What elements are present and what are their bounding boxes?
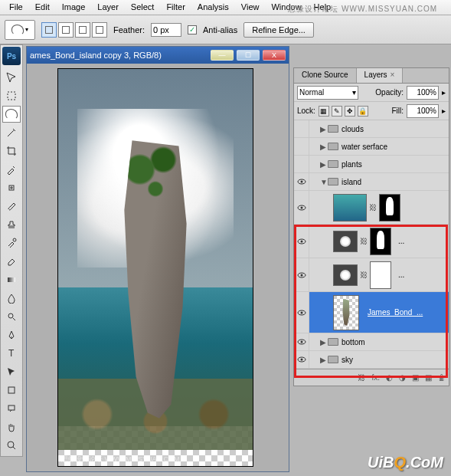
add-mask-icon[interactable]: ◐ bbox=[386, 373, 393, 382]
menu-image[interactable]: Image bbox=[56, 0, 92, 15]
delete-layer-icon[interactable]: 🗑 bbox=[438, 373, 446, 382]
layer-image-1[interactable]: ⛓ bbox=[294, 191, 449, 225]
visibility-toggle[interactable] bbox=[294, 292, 309, 333]
menu-edit[interactable]: Edit bbox=[29, 0, 56, 15]
link-layers-icon[interactable]: ⛓ bbox=[358, 373, 365, 382]
antialias-checkbox[interactable]: ✓ bbox=[188, 25, 197, 34]
refine-edge-button[interactable]: Refine Edge... bbox=[243, 22, 314, 38]
menu-select[interactable]: Select bbox=[125, 0, 161, 15]
layer-mask[interactable] bbox=[379, 194, 400, 222]
menu-analysis[interactable]: Analysis bbox=[191, 0, 235, 15]
history-brush-tool[interactable] bbox=[2, 235, 21, 251]
stamp-tool[interactable] bbox=[2, 216, 21, 233]
layer-group-water[interactable]: ▶ water serface bbox=[294, 138, 449, 156]
type-tool[interactable]: T bbox=[2, 345, 21, 362]
disclosure-icon[interactable]: ▶ bbox=[320, 160, 328, 169]
layer-group-plants[interactable]: ▶ plants bbox=[294, 156, 449, 173]
blend-mode-select[interactable]: Normal▾ bbox=[297, 86, 358, 100]
crop-tool[interactable] bbox=[2, 143, 21, 159]
blur-tool[interactable] bbox=[2, 290, 21, 307]
lock-all-icon[interactable]: 🔒 bbox=[358, 106, 368, 117]
menu-file[interactable]: File bbox=[3, 0, 29, 15]
lasso-tool[interactable] bbox=[2, 106, 21, 123]
new-layer-icon[interactable]: ▦ bbox=[425, 373, 432, 382]
layer-group-island[interactable]: ▼ island bbox=[294, 173, 449, 191]
svg-text:T: T bbox=[8, 348, 15, 359]
document-titlebar[interactable]: ames_Bond_island copy 3, RGB/8) — ☐ X bbox=[27, 47, 289, 64]
disclosure-icon[interactable]: ▼ bbox=[320, 178, 328, 186]
tab-clone-source[interactable]: Clone Source bbox=[294, 68, 357, 83]
new-group-icon[interactable]: ▣ bbox=[412, 373, 419, 382]
move-tool[interactable] bbox=[2, 69, 21, 86]
svg-point-12 bbox=[300, 206, 302, 208]
brush-tool[interactable] bbox=[2, 198, 21, 215]
menu-filter[interactable]: Filter bbox=[160, 0, 191, 15]
layer-name: James_Bond_... bbox=[368, 308, 423, 317]
layer-group-sky[interactable]: ▶ sky bbox=[294, 351, 449, 369]
layer-adjustment-1[interactable]: ⛓ ... bbox=[294, 225, 449, 258]
window-maximize[interactable]: ☐ bbox=[237, 50, 260, 61]
gradient-tool[interactable] bbox=[2, 271, 21, 288]
selection-subtract[interactable] bbox=[75, 22, 90, 38]
path-select-tool[interactable] bbox=[2, 363, 21, 380]
menu-layer[interactable]: Layer bbox=[91, 0, 125, 15]
disclosure-icon[interactable]: ▶ bbox=[320, 338, 328, 346]
lock-position-icon[interactable]: ✥ bbox=[345, 106, 355, 117]
layer-thumbnail[interactable] bbox=[333, 194, 367, 222]
adjustment-thumbnail[interactable] bbox=[333, 231, 358, 252]
lock-pixels-icon[interactable]: ✎ bbox=[332, 106, 342, 117]
hand-tool[interactable] bbox=[2, 419, 21, 435]
shape-tool[interactable] bbox=[2, 382, 21, 399]
selection-new[interactable] bbox=[41, 22, 57, 38]
selection-intersect[interactable] bbox=[92, 22, 107, 38]
visibility-toggle[interactable] bbox=[294, 138, 309, 155]
lock-transparency-icon[interactable]: ▦ bbox=[319, 106, 329, 117]
disclosure-icon[interactable]: ▶ bbox=[320, 356, 328, 364]
healing-tool[interactable] bbox=[2, 179, 21, 196]
eraser-tool[interactable] bbox=[2, 253, 21, 270]
disclosure-icon[interactable]: ▶ bbox=[320, 143, 328, 151]
visibility-toggle[interactable] bbox=[294, 120, 309, 137]
dodge-tool[interactable] bbox=[2, 308, 21, 325]
wand-tool[interactable] bbox=[2, 124, 21, 141]
visibility-toggle[interactable] bbox=[294, 225, 309, 258]
opacity-input[interactable]: 100% bbox=[407, 86, 439, 100]
menu-view[interactable]: View bbox=[235, 0, 266, 15]
layer-mask[interactable] bbox=[370, 228, 391, 255]
feather-input[interactable]: 0 px bbox=[151, 23, 181, 37]
tool-preset-picker[interactable]: ▾ bbox=[5, 20, 35, 40]
window-close[interactable]: X bbox=[263, 50, 286, 61]
canvas[interactable]: 思缘设计论坛 WWW.MISSYUAN.COM bbox=[57, 68, 253, 467]
adjustment-layer-icon[interactable]: ◑ bbox=[399, 373, 406, 382]
eyedropper-tool[interactable] bbox=[2, 161, 21, 178]
visibility-toggle[interactable] bbox=[294, 173, 309, 190]
opacity-arrow-icon[interactable]: ▸ bbox=[442, 88, 446, 97]
watermark-uibq: UiBQ.CoM bbox=[368, 454, 443, 471]
pen-tool[interactable] bbox=[2, 327, 21, 343]
adjustment-thumbnail[interactable] bbox=[333, 264, 358, 286]
visibility-toggle[interactable] bbox=[294, 258, 309, 291]
zoom-tool[interactable] bbox=[2, 437, 21, 454]
fx-icon[interactable]: fx. bbox=[371, 373, 380, 382]
visibility-toggle[interactable] bbox=[294, 191, 309, 224]
fill-arrow-icon[interactable]: ▸ bbox=[442, 107, 446, 115]
layer-adjustment-2[interactable]: ⛓ ... bbox=[294, 258, 449, 292]
layer-james-bond[interactable]: James_Bond_... bbox=[294, 292, 449, 333]
tab-layers[interactable]: Layers× bbox=[357, 68, 404, 83]
layer-group-clouds[interactable]: ▶ clouds bbox=[294, 120, 449, 138]
layer-group-bottom[interactable]: ▶ bottom bbox=[294, 333, 449, 351]
marquee-tool[interactable] bbox=[2, 87, 21, 104]
disclosure-icon[interactable]: ▶ bbox=[320, 125, 328, 133]
visibility-toggle[interactable] bbox=[294, 156, 309, 172]
layer-thumbnail[interactable] bbox=[333, 295, 359, 330]
link-icon: ⛓ bbox=[360, 271, 368, 279]
svg-point-4 bbox=[8, 314, 13, 318]
window-minimize[interactable]: — bbox=[211, 50, 234, 61]
tab-close-icon[interactable]: × bbox=[391, 71, 395, 79]
layer-mask[interactable] bbox=[370, 261, 391, 289]
visibility-toggle[interactable] bbox=[294, 351, 309, 368]
fill-input[interactable]: 100% bbox=[407, 104, 439, 118]
notes-tool[interactable] bbox=[2, 400, 21, 417]
visibility-toggle[interactable] bbox=[294, 333, 309, 350]
selection-add[interactable] bbox=[58, 22, 74, 38]
